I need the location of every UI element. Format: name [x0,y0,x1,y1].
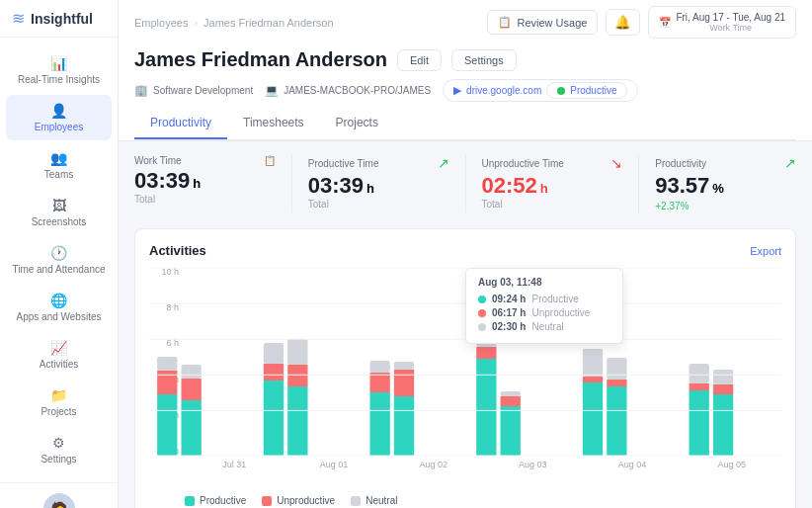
realtime-icon: 📊 [50,55,67,71]
breadcrumb-parent[interactable]: Employees [134,17,188,29]
tooltip-unproductive-label: Unproductive [531,307,590,318]
legend-dot-neutral [351,496,361,506]
status-badge: Productive [546,82,627,99]
header-title-row: James Friedman Anderson Edit Settings [134,44,796,77]
page-title: James Friedman Anderson [134,48,387,71]
activities-section: Activities Export Aug 03, 11:48 09:24 h … [134,228,796,508]
stat-productive-label: Productive Time ↗ [308,155,449,171]
date-range-sublabel: Work Time [676,23,785,33]
stat-unproductive-unit: h [540,181,548,196]
legend-neutral: Neutral [351,495,397,506]
bell-icon: 🔔 [614,15,631,30]
sidebar-item-label: Teams [44,169,73,180]
breadcrumb-current: James Friedman Anderson [203,17,333,29]
stat-unproductive-label: Unproductive Time ↘ [482,155,623,171]
logo: ≋ Insightful [0,0,118,38]
chart-legend: Productive Unproductive Neutral [149,495,781,506]
stat-productive-sub: Total [308,199,449,210]
calendar-icon: 📅 [659,17,671,28]
sidebar-item-label: Projects [41,406,76,417]
header-top: Employees › James Friedman Anderson 📋 Re… [134,0,796,44]
export-button[interactable]: Export [750,245,781,257]
sidebar-item-settings[interactable]: ⚙ Settings [6,427,112,472]
tooltip-productive-label: Productive [531,294,578,304]
sidebar-item-label: Settings [41,454,76,465]
sidebar-item-realtime[interactable]: 📊 Real-Time Insights [6,47,112,93]
teams-icon: 👥 [50,150,67,166]
stat-productivity-label: Productivity ↗ [655,155,796,171]
avatar: 🧑 [43,493,75,508]
sidebar-item-apps[interactable]: 🌐 Apps and Websites [6,285,112,330]
apps-icon: 🌐 [50,293,67,308]
sidebar-item-label: Activities [40,359,78,370]
stat-productive-value: 03:39 [308,173,364,199]
legend-label-unproductive: Unproductive [277,495,335,506]
tab-timesheets[interactable]: Timesheets [227,108,320,139]
app-label: drive.google.com [466,85,541,96]
stat-work-time-sub: Total [134,194,276,205]
x-label-jul31: Jul 31 [185,460,284,469]
legend-dot-unproductive [262,496,272,506]
x-label-aug05: Aug 05 [682,460,781,469]
stat-work-time-label: Work Time 📋 [134,155,276,166]
productivity-trend-icon: ↗ [784,155,796,171]
header-meta: 🏢 Software Development 💻 JAMES-MACBOOK-P… [134,77,796,108]
department-icon: 🏢 [134,84,148,97]
tab-productivity[interactable]: Productivity [134,108,227,139]
tooltip-productive-value: 09:24 h [492,294,526,304]
sidebar-item-screenshots[interactable]: 🖼 Screenshots [6,190,112,235]
sidebar-item-time[interactable]: 🕐 Time and Attendance [6,237,112,283]
sidebar-item-label: Employees [35,122,83,132]
sidebar-item-teams[interactable]: 👥 Teams [6,142,112,188]
legend-label-productive: Productive [200,495,246,506]
tooltip-dot-productive [478,296,486,303]
stat-divider-2 [465,155,466,212]
stat-productivity-value: 93.57 [655,173,709,199]
tooltip-neutral-label: Neutral [531,321,563,332]
sidebar: ≋ Insightful 📊 Real-Time Insights 👤 Empl… [0,0,119,508]
stat-unproductive-sub: Total [482,199,623,210]
stat-productive-unit: h [366,181,374,196]
date-range-button[interactable]: 📅 Fri, Aug 17 - Tue, Aug 21 Work Time [648,6,796,39]
settings-icon: ⚙ [52,435,65,451]
legend-dot-productive [185,496,195,506]
legend-unproductive: Unproductive [262,495,335,506]
stat-work-time: Work Time 📋 03:39 h Total [134,155,276,212]
unproductive-trend-icon: ↘ [610,155,622,171]
sidebar-bottom: 🧑 James Anderson [0,482,118,508]
legend-label-neutral: Neutral [365,495,397,506]
notifications-button[interactable]: 🔔 [606,9,640,36]
review-usage-label: Review Usage [517,17,587,29]
stat-productivity-unit: % [712,181,724,196]
sidebar-item-activities[interactable]: 📈 Activities [6,332,112,378]
sidebar-item-projects[interactable]: 📁 Projects [6,380,112,425]
review-usage-button[interactable]: 📋 Review Usage [487,10,598,35]
sidebar-item-label: Screenshots [32,216,87,227]
tabs: Productivity Timesheets Projects [134,108,796,140]
content-area: Work Time 📋 03:39 h Total Productive Tim… [119,141,812,508]
department-label: Software Development [153,85,253,96]
x-labels: Jul 31 Aug 01 Aug 02 Aug 03 Aug 04 Aug 0… [149,460,781,469]
header-actions: 📋 Review Usage 🔔 📅 Fri, Aug 17 - Tue, Au… [487,6,796,39]
breadcrumb: Employees › James Friedman Anderson [134,17,334,29]
header: Employees › James Friedman Anderson 📋 Re… [119,0,812,141]
stat-productivity-change: +2.37% [655,201,689,212]
time-icon: 🕐 [50,245,67,261]
activities-header: Activities Export [149,243,781,258]
device-label: JAMES-MACBOOK-PRO/JAMES [284,85,431,96]
edit-button[interactable]: Edit [397,49,442,71]
settings-button[interactable]: Settings [451,49,517,71]
chart-container: Aug 03, 11:48 09:24 h Productive 06:17 h… [149,268,781,485]
device-meta: 💻 JAMES-MACBOOK-PRO/JAMES [265,84,431,97]
sidebar-item-employees[interactable]: 👤 Employees [6,95,112,140]
x-label-aug02: Aug 02 [383,460,483,469]
tooltip-row-neutral: 02:30 h Neutral [478,321,610,332]
activities-title: Activities [149,243,206,258]
app-badge[interactable]: ▶ drive.google.com Productive [443,79,638,102]
stat-work-time-unit: h [193,176,201,191]
tooltip-row-productive: 09:24 h Productive [478,294,610,304]
breadcrumb-separator: › [194,17,198,29]
tab-projects[interactable]: Projects [320,108,394,139]
review-icon: 📋 [498,16,512,29]
stat-unproductive-value: 02:52 [482,173,537,199]
